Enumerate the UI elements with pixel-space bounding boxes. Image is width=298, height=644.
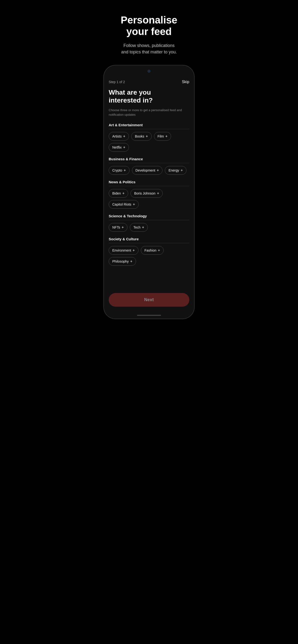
tag-fashion[interactable]: Fashion+ <box>141 246 164 255</box>
tag-label-tech: Tech <box>133 226 140 229</box>
tag-capitol-riots[interactable]: Capitol Riots+ <box>109 200 139 209</box>
tag-film[interactable]: Film+ <box>154 132 171 141</box>
tag-plus-icon-boris-johnson: + <box>157 191 159 196</box>
tag-plus-icon-netflix: + <box>123 145 125 150</box>
tag-biden[interactable]: Biden+ <box>109 189 128 198</box>
category-title-science-technology: Science & Technology <box>109 214 147 218</box>
page-title: What are you interested in? <box>109 88 189 104</box>
phone-screen: Step 1 of 2 Skip What are you interested… <box>104 75 194 290</box>
category-society-culture: Society & CultureEnvironment+Fashion+Phi… <box>109 237 189 266</box>
tag-netflix[interactable]: Netflix+ <box>109 143 129 152</box>
page-description: Choose three or more to get a personalis… <box>109 108 189 117</box>
tag-environment[interactable]: Environment+ <box>109 246 138 255</box>
tag-plus-icon-environment: + <box>133 248 135 252</box>
tags-row-business-finance: Crypto+Development+Energy+ <box>109 166 189 175</box>
tags-row-society-culture: Environment+Fashion+Philosophy+ <box>109 246 189 266</box>
category-header-business-finance: Business & Finance <box>109 157 189 163</box>
tag-development[interactable]: Development+ <box>132 166 163 175</box>
tag-plus-icon-energy: + <box>181 168 183 172</box>
tag-label-crypto: Crypto <box>112 168 122 172</box>
category-business-finance: Business & FinanceCrypto+Development+Ene… <box>109 157 189 175</box>
home-indicator <box>137 315 161 316</box>
tags-row-science-technology: NFTs+Tech+ <box>109 223 189 232</box>
header-section: Personalise your feed Follow shows, publ… <box>99 0 199 65</box>
category-title-art-entertainment: Art & Entertainment <box>109 123 143 127</box>
category-header-art-entertainment: Art & Entertainment <box>109 123 189 129</box>
page-wrapper: Personalise your feed Follow shows, publ… <box>99 0 199 329</box>
tag-plus-icon-capitol-riots: + <box>133 202 135 206</box>
tag-tech[interactable]: Tech+ <box>130 223 148 232</box>
tag-label-nfts: NFTs <box>112 226 120 229</box>
category-header-news-politics: News & Politics <box>109 180 189 186</box>
phone-notch-area <box>104 66 194 75</box>
tag-label-biden: Biden <box>112 192 121 195</box>
tag-plus-icon-nfts: + <box>122 225 124 230</box>
header-subtitle: Follow shows, publications and topics th… <box>106 42 192 55</box>
category-science-technology: Science & TechnologyNFTs+Tech+ <box>109 214 189 232</box>
tag-philosophy[interactable]: Philosophy+ <box>109 257 136 266</box>
tag-plus-icon-fashion: + <box>158 248 160 252</box>
category-title-business-finance: Business & Finance <box>109 157 143 161</box>
tag-plus-icon-biden: + <box>122 191 124 196</box>
tag-label-capitol-riots: Capitol Riots <box>112 202 131 206</box>
tag-label-philosophy: Philosophy <box>112 260 129 263</box>
tag-energy[interactable]: Energy+ <box>165 166 186 175</box>
tag-nfts[interactable]: NFTs+ <box>109 223 127 232</box>
tag-label-energy: Energy <box>169 168 179 172</box>
next-button-container: Next <box>104 290 194 314</box>
tags-row-art-entertainment: Artists+Books+Film+Netflix+ <box>109 132 189 152</box>
header-title: Personalise your feed <box>106 14 192 38</box>
skip-button[interactable]: Skip <box>182 80 189 84</box>
phone-bottom-bar <box>104 314 194 319</box>
tag-plus-icon-crypto: + <box>123 168 126 172</box>
phone-frame: Step 1 of 2 Skip What are you interested… <box>103 65 195 319</box>
category-header-science-technology: Science & Technology <box>109 214 189 220</box>
tag-label-boris-johnson: Boris Johnson <box>134 192 156 195</box>
tag-books[interactable]: Books+ <box>131 132 152 141</box>
tag-plus-icon-film: + <box>165 134 168 138</box>
tag-plus-icon-books: + <box>146 134 148 138</box>
phone-camera-icon <box>147 70 151 72</box>
tag-plus-icon-artists: + <box>123 134 125 138</box>
category-news-politics: News & PoliticsBiden+Boris Johnson+Capit… <box>109 180 189 209</box>
next-button[interactable]: Next <box>109 293 189 307</box>
categories-container: Art & EntertainmentArtists+Books+Film+Ne… <box>109 123 189 266</box>
tag-label-environment: Environment <box>112 248 131 252</box>
tag-plus-icon-philosophy: + <box>130 259 132 264</box>
tag-artists[interactable]: Artists+ <box>109 132 129 141</box>
tag-boris-johnson[interactable]: Boris Johnson+ <box>130 189 163 198</box>
tag-crypto[interactable]: Crypto+ <box>109 166 129 175</box>
tag-label-film: Film <box>158 134 164 138</box>
tag-label-books: Books <box>135 134 144 138</box>
tag-plus-icon-tech: + <box>142 225 144 230</box>
step-label: Step 1 of 2 <box>109 80 125 84</box>
category-title-society-culture: Society & Culture <box>109 237 139 241</box>
tag-plus-icon-development: + <box>157 168 159 172</box>
category-art-entertainment: Art & EntertainmentArtists+Books+Film+Ne… <box>109 123 189 152</box>
tags-row-news-politics: Biden+Boris Johnson+Capitol Riots+ <box>109 189 189 209</box>
tag-label-artists: Artists <box>112 134 122 138</box>
step-header: Step 1 of 2 Skip <box>109 80 189 84</box>
category-title-news-politics: News & Politics <box>109 180 135 184</box>
tag-label-development: Development <box>135 168 156 172</box>
tag-label-netflix: Netflix <box>112 146 122 149</box>
category-header-society-culture: Society & Culture <box>109 237 189 243</box>
tag-label-fashion: Fashion <box>144 248 157 252</box>
